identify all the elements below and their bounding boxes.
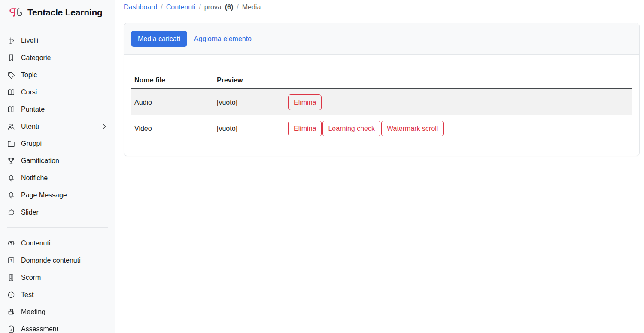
sidebar-item-test[interactable]: ?Test xyxy=(0,286,115,303)
sidebar-item-label: Categorie xyxy=(21,54,51,62)
cell-actions: Elimina xyxy=(285,89,632,115)
main-content: Dashboard/Contenuti/prova(6)/Media Media… xyxy=(115,0,644,333)
breadcrumb-item-count: (6) xyxy=(225,3,234,11)
sidebar: Tentacle Learning LivelliCategorieTopicC… xyxy=(0,0,115,333)
sidebar-item-corsi[interactable]: Corsi xyxy=(0,84,115,101)
sidebar-item-topic[interactable]: Topic xyxy=(0,67,115,84)
trophy-icon xyxy=(7,157,15,165)
book-open-icon xyxy=(7,105,15,114)
clipboard-chart-icon xyxy=(7,325,15,333)
sidebar-nav: LivelliCategorieTopicCorsiPuntateUtentiG… xyxy=(0,25,115,333)
cell-preview: [vuoto] xyxy=(213,89,285,115)
text-frame-icon xyxy=(7,239,15,248)
column-header-actions xyxy=(285,72,632,89)
media-card-tabbar: Media caricatiAggiorna elemento xyxy=(124,23,639,55)
media-table-header-row: Nome filePreview xyxy=(131,72,632,89)
media-table-head: Nome filePreview xyxy=(131,72,632,89)
sidebar-item-domande-contenuti[interactable]: ?Domande contenuti xyxy=(0,252,115,269)
column-header-preview: Preview xyxy=(213,72,285,89)
sidebar-item-label: Utenti xyxy=(21,123,39,130)
sidebar-item-label: Corsi xyxy=(21,88,37,96)
cell-actions: EliminaLearning checkWatermark scroll xyxy=(285,115,632,142)
sidebar-item-livelli[interactable]: Livelli xyxy=(0,32,115,49)
breadcrumb-item-media: Media xyxy=(242,3,261,11)
media-table-body: Audio[vuoto]EliminaVideo[vuoto]EliminaLe… xyxy=(131,89,632,142)
watermark-scroll-button[interactable]: Watermark scroll xyxy=(381,121,444,136)
table-row-audio: Audio[vuoto]Elimina xyxy=(131,89,632,115)
sidebar-item-label: Gruppi xyxy=(21,140,42,148)
book-open-icon xyxy=(7,88,15,97)
users-icon xyxy=(7,122,15,131)
bell-icon xyxy=(7,174,15,182)
sidebar-group-divider xyxy=(7,227,108,228)
tab-media-caricati[interactable]: Media caricati xyxy=(131,31,187,47)
sidebar-item-label: Domande contenuti xyxy=(21,257,81,264)
breadcrumb-item-prova: prova xyxy=(204,3,222,11)
question-square-icon: ? xyxy=(7,256,15,265)
patch-question-icon: ? xyxy=(7,291,15,299)
media-card: Media caricatiAggiorna elemento Nome fil… xyxy=(124,23,640,156)
chevron-right-icon xyxy=(100,123,108,130)
sidebar-item-label: Contenuti xyxy=(21,239,51,247)
sidebar-item-label: Slider xyxy=(21,209,39,216)
breadcrumb-separator: / xyxy=(199,3,200,11)
sidebar-item-label: Test xyxy=(21,291,33,299)
sidebar-item-meeting[interactable]: Meeting xyxy=(0,303,115,321)
speech-bubble-icon xyxy=(7,208,15,217)
svg-text:?: ? xyxy=(10,258,12,263)
sidebar-item-gamification[interactable]: Gamification xyxy=(0,152,115,170)
bell-icon xyxy=(7,191,15,200)
sidebar-item-label: Topic xyxy=(21,71,37,79)
sidebar-item-categorie[interactable]: Categorie xyxy=(0,49,115,67)
breadcrumb: Dashboard/Contenuti/prova(6)/Media xyxy=(115,0,644,11)
tab-aggiorna-elemento[interactable]: Aggiorna elemento xyxy=(194,31,252,47)
actions-group: Elimina xyxy=(288,94,629,110)
tentacle-logo-icon xyxy=(8,5,23,20)
sidebar-item-assessment[interactable]: Assessment xyxy=(0,321,115,333)
breadcrumb-separator: / xyxy=(161,3,162,11)
media-card-body: Nome filePreview Audio[vuoto]EliminaVide… xyxy=(124,55,639,156)
column-header-nome-file: Nome file xyxy=(131,72,213,89)
cell-nome-file: Audio xyxy=(131,89,213,115)
table-row-video: Video[vuoto]EliminaLearning checkWaterma… xyxy=(131,115,632,142)
sidebar-item-label: Assessment xyxy=(21,325,58,333)
sidebar-item-slider[interactable]: Slider xyxy=(0,204,115,221)
tag-icon xyxy=(7,71,15,79)
sidebar-item-label: Notifiche xyxy=(21,174,48,182)
svg-text:?: ? xyxy=(10,293,12,297)
sidebar-item-puntate[interactable]: Puntate xyxy=(0,101,115,118)
bookmark-icon xyxy=(7,54,15,62)
sidebar-item-label: Scorm xyxy=(21,274,41,282)
sidebar-item-notifiche[interactable]: Notifiche xyxy=(0,170,115,187)
cell-preview: [vuoto] xyxy=(213,115,285,142)
sidebar-item-utenti[interactable]: Utenti xyxy=(0,118,115,135)
video-camera-icon xyxy=(7,308,15,316)
media-table: Nome filePreview Audio[vuoto]EliminaVide… xyxy=(131,72,632,142)
sidebar-item-label: Livelli xyxy=(21,37,38,45)
sidebar-item-scorm[interactable]: Scorm xyxy=(0,269,115,286)
sidebar-item-label: Puntate xyxy=(21,106,45,113)
sidebar-item-page-message[interactable]: Page Message xyxy=(0,187,115,204)
actions-group: EliminaLearning checkWatermark scroll xyxy=(288,121,629,136)
folder-icon xyxy=(7,139,15,148)
zip-file-icon xyxy=(7,273,15,282)
sidebar-item-label: Meeting xyxy=(21,308,46,316)
app-logo[interactable]: Tentacle Learning xyxy=(0,0,115,24)
sidebar-item-gruppi[interactable]: Gruppi xyxy=(0,135,115,152)
sidebar-item-label: Gamification xyxy=(21,157,59,165)
breadcrumb-separator: / xyxy=(237,3,238,11)
app-title: Tentacle Learning xyxy=(27,7,103,18)
cell-nome-file: Video xyxy=(131,115,213,142)
learning-check-button[interactable]: Learning check xyxy=(322,121,380,136)
elimina-button[interactable]: Elimina xyxy=(288,121,322,136)
breadcrumb-item-contenuti[interactable]: Contenuti xyxy=(166,3,196,11)
sidebar-item-contenuti[interactable]: Contenuti xyxy=(0,235,115,252)
signpost-icon xyxy=(7,36,15,45)
elimina-button[interactable]: Elimina xyxy=(288,94,322,110)
sidebar-item-label: Page Message xyxy=(21,191,67,199)
breadcrumb-item-dashboard[interactable]: Dashboard xyxy=(124,3,157,11)
